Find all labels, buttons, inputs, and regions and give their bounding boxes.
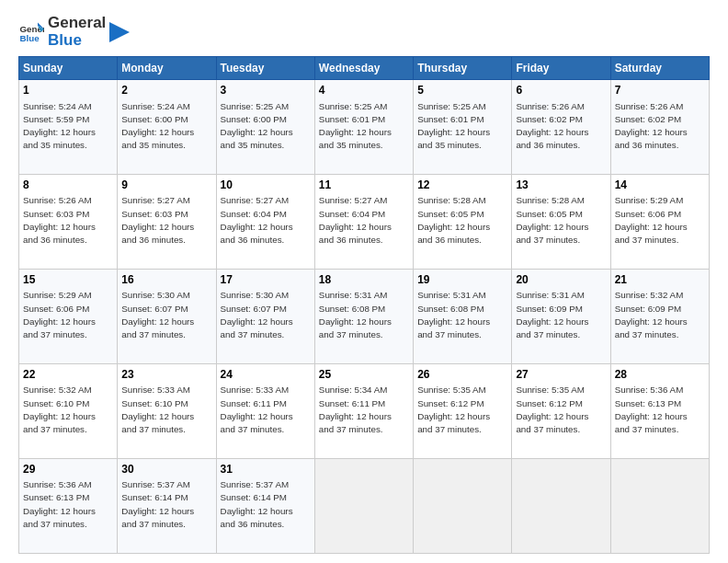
header: General Blue General Blue <box>18 15 710 49</box>
day-number: 9 <box>121 178 211 192</box>
sunset-info: Sunset: 6:06 PM <box>615 209 681 219</box>
sunset-info: Sunset: 6:02 PM <box>516 114 582 124</box>
daylight-info: Daylight: 12 hoursand 37 minutes. <box>221 316 293 339</box>
daylight-info: Daylight: 12 hoursand 37 minutes. <box>516 222 588 245</box>
day-number: 23 <box>121 367 211 382</box>
calendar-week-2: 15Sunrise: 5:29 AMSunset: 6:06 PMDayligh… <box>19 270 710 364</box>
calendar-page: General Blue General Blue Sunday Monday … <box>0 0 728 563</box>
sunrise-info: Sunrise: 5:24 AM <box>121 101 190 111</box>
daylight-info: Daylight: 12 hoursand 37 minutes. <box>615 411 688 434</box>
sunrise-info: Sunrise: 5:31 AM <box>319 290 388 300</box>
day-number: 7 <box>615 83 705 98</box>
calendar-week-4: 29Sunrise: 5:36 AMSunset: 6:13 PMDayligh… <box>19 459 710 554</box>
daylight-info: Daylight: 12 hoursand 37 minutes. <box>23 506 96 529</box>
day-number: 29 <box>23 462 113 477</box>
sunset-info: Sunset: 6:10 PM <box>121 398 188 408</box>
calendar-cell: 26Sunrise: 5:35 AMSunset: 6:12 PMDayligh… <box>414 364 512 459</box>
daylight-info: Daylight: 12 hoursand 36 minutes. <box>23 222 96 245</box>
daylight-info: Daylight: 12 hoursand 35 minutes. <box>319 127 392 150</box>
day-number: 19 <box>417 272 507 287</box>
day-number: 15 <box>23 272 113 287</box>
col-friday: Friday <box>512 57 610 80</box>
day-number: 31 <box>221 462 311 477</box>
sunset-info: Sunset: 6:05 PM <box>417 209 483 219</box>
sunset-info: Sunset: 6:04 PM <box>319 209 385 219</box>
calendar-cell: 20Sunrise: 5:31 AMSunset: 6:09 PMDayligh… <box>512 270 610 364</box>
sunrise-info: Sunrise: 5:29 AM <box>23 290 92 300</box>
calendar-cell <box>512 459 610 554</box>
daylight-info: Daylight: 12 hoursand 37 minutes. <box>417 316 490 339</box>
sunset-info: Sunset: 6:00 PM <box>221 114 287 124</box>
sunset-info: Sunset: 6:12 PM <box>516 398 582 408</box>
sunrise-info: Sunrise: 5:32 AM <box>615 290 684 300</box>
daylight-info: Daylight: 12 hoursand 37 minutes. <box>23 411 96 434</box>
day-number: 12 <box>417 178 507 192</box>
calendar-week-1: 8Sunrise: 5:26 AMSunset: 6:03 PMDaylight… <box>19 175 710 270</box>
daylight-info: Daylight: 12 hoursand 36 minutes. <box>221 222 293 245</box>
sunrise-info: Sunrise: 5:31 AM <box>516 290 585 300</box>
sunrise-info: Sunrise: 5:31 AM <box>417 290 486 300</box>
sunset-info: Sunset: 6:09 PM <box>516 304 582 314</box>
calendar-cell: 23Sunrise: 5:33 AMSunset: 6:10 PMDayligh… <box>118 364 216 459</box>
day-number: 27 <box>516 367 606 382</box>
day-number: 30 <box>121 462 211 477</box>
calendar-cell: 13Sunrise: 5:28 AMSunset: 6:05 PMDayligh… <box>512 175 610 270</box>
sunrise-info: Sunrise: 5:25 AM <box>319 101 388 111</box>
calendar-cell: 29Sunrise: 5:36 AMSunset: 6:13 PMDayligh… <box>19 459 118 554</box>
sunrise-info: Sunrise: 5:26 AM <box>615 101 684 111</box>
daylight-info: Daylight: 12 hoursand 37 minutes. <box>121 411 194 434</box>
calendar-cell: 11Sunrise: 5:27 AMSunset: 6:04 PMDayligh… <box>314 175 413 270</box>
sunrise-info: Sunrise: 5:32 AM <box>23 385 92 395</box>
sunrise-info: Sunrise: 5:33 AM <box>121 385 190 395</box>
sunset-info: Sunset: 6:00 PM <box>121 114 188 124</box>
calendar-week-0: 1Sunrise: 5:24 AMSunset: 5:59 PMDaylight… <box>19 80 710 175</box>
day-number: 17 <box>221 272 311 287</box>
col-thursday: Thursday <box>414 57 512 80</box>
sunset-info: Sunset: 6:13 PM <box>23 492 89 502</box>
daylight-info: Daylight: 12 hoursand 36 minutes. <box>121 222 194 245</box>
calendar-cell: 31Sunrise: 5:37 AMSunset: 6:14 PMDayligh… <box>216 459 314 554</box>
sunrise-info: Sunrise: 5:35 AM <box>516 385 585 395</box>
calendar-cell: 25Sunrise: 5:34 AMSunset: 6:11 PMDayligh… <box>314 364 413 459</box>
day-number: 20 <box>516 272 606 287</box>
calendar-cell: 2Sunrise: 5:24 AMSunset: 6:00 PMDaylight… <box>118 80 216 175</box>
sunrise-info: Sunrise: 5:29 AM <box>615 195 684 205</box>
sunrise-info: Sunrise: 5:30 AM <box>121 290 190 300</box>
svg-text:Blue: Blue <box>19 32 40 42</box>
day-number: 21 <box>615 272 705 287</box>
calendar-cell <box>414 459 512 554</box>
calendar-cell: 10Sunrise: 5:27 AMSunset: 6:04 PMDayligh… <box>216 175 314 270</box>
calendar-cell: 14Sunrise: 5:29 AMSunset: 6:06 PMDayligh… <box>610 175 709 270</box>
calendar-cell: 5Sunrise: 5:25 AMSunset: 6:01 PMDaylight… <box>414 80 512 175</box>
day-number: 1 <box>23 83 113 98</box>
sunset-info: Sunset: 6:10 PM <box>23 398 89 408</box>
daylight-info: Daylight: 12 hoursand 37 minutes. <box>516 316 588 339</box>
daylight-info: Daylight: 12 hoursand 37 minutes. <box>615 316 688 339</box>
daylight-info: Daylight: 12 hoursand 35 minutes. <box>221 127 293 150</box>
day-number: 8 <box>23 178 113 192</box>
sunrise-info: Sunrise: 5:27 AM <box>221 195 290 205</box>
sunrise-info: Sunrise: 5:36 AM <box>23 479 92 489</box>
calendar-cell <box>610 459 709 554</box>
sunset-info: Sunset: 6:14 PM <box>121 492 188 502</box>
sunrise-info: Sunrise: 5:27 AM <box>121 195 190 205</box>
daylight-info: Daylight: 12 hoursand 37 minutes. <box>121 316 194 339</box>
logo-blue: Blue <box>48 32 106 50</box>
day-number: 26 <box>417 367 507 382</box>
sunrise-info: Sunrise: 5:34 AM <box>319 385 388 395</box>
sunset-info: Sunset: 6:03 PM <box>121 209 188 219</box>
col-saturday: Saturday <box>610 57 709 80</box>
daylight-info: Daylight: 12 hoursand 35 minutes. <box>121 127 194 150</box>
daylight-info: Daylight: 12 hoursand 37 minutes. <box>516 411 588 434</box>
day-number: 2 <box>121 83 211 98</box>
svg-marker-4 <box>109 22 130 42</box>
calendar-cell: 22Sunrise: 5:32 AMSunset: 6:10 PMDayligh… <box>19 364 118 459</box>
calendar-cell: 1Sunrise: 5:24 AMSunset: 5:59 PMDaylight… <box>19 80 118 175</box>
calendar-cell: 16Sunrise: 5:30 AMSunset: 6:07 PMDayligh… <box>118 270 216 364</box>
sunrise-info: Sunrise: 5:33 AM <box>221 385 290 395</box>
sunrise-info: Sunrise: 5:30 AM <box>221 290 290 300</box>
calendar-cell: 30Sunrise: 5:37 AMSunset: 6:14 PMDayligh… <box>118 459 216 554</box>
calendar-cell: 17Sunrise: 5:30 AMSunset: 6:07 PMDayligh… <box>216 270 314 364</box>
daylight-info: Daylight: 12 hoursand 36 minutes. <box>615 127 688 150</box>
sunset-info: Sunset: 6:01 PM <box>417 114 483 124</box>
